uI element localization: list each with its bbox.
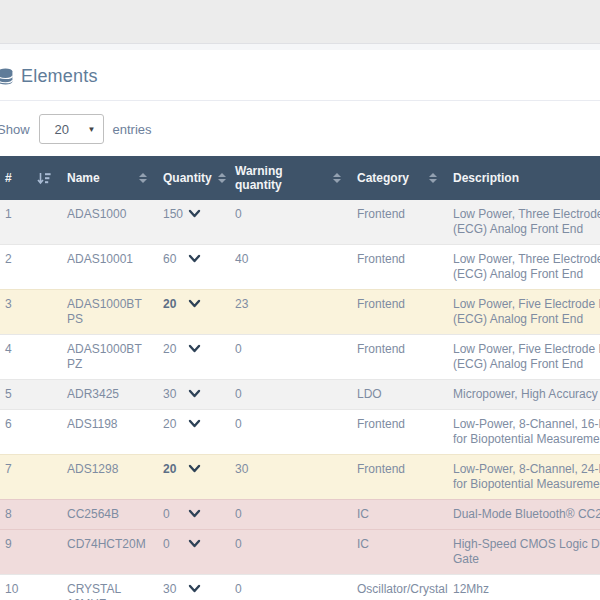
cell-name: ADS1198 bbox=[59, 410, 155, 455]
cell-index: 7 bbox=[0, 455, 59, 500]
col-header-category[interactable]: Category bbox=[349, 156, 445, 200]
show-label: Show bbox=[0, 122, 30, 137]
cell-category: Frontend bbox=[349, 290, 445, 335]
col-header-name[interactable]: Name bbox=[59, 156, 155, 200]
col-label-description: Description bbox=[453, 171, 519, 185]
cell-warning-quantity: 0 bbox=[227, 575, 349, 600]
chevron-down-icon[interactable] bbox=[188, 537, 201, 550]
col-header-warning-quantity[interactable]: Warning quantity bbox=[227, 156, 349, 200]
sort-icon bbox=[218, 173, 226, 183]
cell-name: ADR3425 bbox=[59, 380, 155, 410]
page-title: Elements bbox=[21, 66, 98, 87]
category-value: IC bbox=[357, 507, 369, 521]
col-header-index[interactable]: # bbox=[0, 156, 59, 200]
cell-warning-quantity: 0 bbox=[227, 380, 349, 410]
quantity-value: 20 bbox=[163, 297, 176, 312]
cell-name: CRYSTAL 12MHZ bbox=[59, 575, 155, 600]
description-line: Low Power, Five Electrode El bbox=[453, 342, 600, 357]
chevron-down-icon[interactable] bbox=[188, 342, 201, 355]
chevron-down-icon[interactable] bbox=[188, 297, 201, 310]
row-index: 1 bbox=[5, 207, 12, 221]
row-index: 3 bbox=[5, 297, 12, 311]
sort-icon bbox=[333, 173, 341, 183]
cell-quantity: 20 bbox=[155, 335, 227, 380]
database-icon bbox=[0, 68, 14, 85]
cell-quantity: 60 bbox=[155, 245, 227, 290]
warning-quantity-value: 0 bbox=[235, 387, 242, 401]
quantity-value: 30 bbox=[163, 582, 176, 597]
description-line: (ECG) Analog Front End bbox=[453, 357, 600, 372]
table-row-warning: 3 ADAS1000BTPS 20 23 Frontend Low Power,… bbox=[0, 290, 600, 335]
cell-category: Frontend bbox=[349, 455, 445, 500]
cell-name: CD74HCT20M bbox=[59, 530, 155, 575]
description-line: Low-Power, 8-Channel, 16-Bi bbox=[453, 417, 600, 432]
col-label-quantity: Quantity bbox=[163, 171, 212, 185]
table-row: 4 ADAS1000BTPZ 20 0 Frontend Low Power, … bbox=[0, 335, 600, 380]
cell-category: Frontend bbox=[349, 410, 445, 455]
cell-index: 9 bbox=[0, 530, 59, 575]
cell-index: 5 bbox=[0, 380, 59, 410]
chevron-down-icon[interactable] bbox=[188, 387, 201, 400]
col-label-name: Name bbox=[67, 171, 100, 185]
cell-warning-quantity: 0 bbox=[227, 200, 349, 245]
col-header-description[interactable]: Description bbox=[445, 156, 600, 200]
cell-description: Low-Power, 8-Channel, 16-Bifor Biopotent… bbox=[445, 410, 600, 455]
cell-index: 2 bbox=[0, 245, 59, 290]
cell-description: Micropower, High Accuracy V bbox=[445, 380, 600, 410]
chevron-down-icon[interactable] bbox=[188, 462, 201, 475]
cell-quantity: 150 bbox=[155, 200, 227, 245]
category-value: LDO bbox=[357, 387, 382, 401]
table-row-danger: 9 CD74HCT20M 0 0 IC High-Speed CMOS Logi… bbox=[0, 530, 600, 575]
chevron-down-icon[interactable] bbox=[188, 207, 201, 220]
warning-quantity-value: 0 bbox=[235, 507, 242, 521]
elements-panel: Elements Show 20 ▼ entries # bbox=[0, 50, 600, 600]
row-index: 10 bbox=[5, 582, 18, 596]
cell-warning-quantity: 0 bbox=[227, 500, 349, 530]
cell-description: Dual-Mode Bluetooth® CC25 bbox=[445, 500, 600, 530]
cell-description: Low Power, Three Electrode E(ECG) Analog… bbox=[445, 245, 600, 290]
description-line: (ECG) Analog Front End bbox=[453, 267, 600, 282]
cell-category: Frontend bbox=[349, 200, 445, 245]
cell-description: Low Power, Five Electrode El(ECG) Analog… bbox=[445, 335, 600, 380]
cell-warning-quantity: 0 bbox=[227, 530, 349, 575]
select-caret-icon: ▼ bbox=[88, 125, 96, 134]
category-value: Frontend bbox=[357, 462, 405, 476]
description-line: High-Speed CMOS Logic Dua bbox=[453, 537, 600, 552]
warning-quantity-value: 0 bbox=[235, 342, 242, 356]
table-row-warning: 7 ADS1298 20 30 Frontend Low-Power, 8-Ch… bbox=[0, 455, 600, 500]
cell-index: 1 bbox=[0, 200, 59, 245]
cell-category: LDO bbox=[349, 380, 445, 410]
cell-index: 8 bbox=[0, 500, 59, 530]
cell-index: 10 bbox=[0, 575, 59, 600]
cell-quantity: 0 bbox=[155, 500, 227, 530]
cell-description: Low-Power, 8-Channel, 24-Bifor Biopotent… bbox=[445, 455, 600, 500]
quantity-value: 30 bbox=[163, 387, 176, 402]
cell-quantity: 20 bbox=[155, 410, 227, 455]
description-line: (ECG) Analog Front End bbox=[453, 312, 600, 327]
table-row: 5 ADR3425 30 0 LDO Micropower, High Accu… bbox=[0, 380, 600, 410]
chevron-down-icon[interactable] bbox=[188, 507, 201, 520]
description-line: Low Power, Three Electrode E bbox=[453, 252, 600, 267]
category-value: Frontend bbox=[357, 297, 405, 311]
entries-select[interactable]: 20 ▼ bbox=[39, 114, 104, 144]
top-band bbox=[0, 0, 600, 44]
chevron-down-icon[interactable] bbox=[188, 417, 201, 430]
category-value: Oscillator/Crystal bbox=[357, 582, 448, 596]
description-line: Low-Power, 8-Channel, 24-Bi bbox=[453, 462, 600, 477]
element-name: ADAS1000BTPZ bbox=[67, 342, 142, 371]
cell-name: ADAS1000BTPS bbox=[59, 290, 155, 335]
quantity-value: 20 bbox=[163, 342, 176, 357]
chevron-down-icon[interactable] bbox=[188, 582, 201, 595]
cell-description: Low Power, Five Electrode El(ECG) Analog… bbox=[445, 290, 600, 335]
cell-quantity: 20 bbox=[155, 290, 227, 335]
description-line: 12Mhz bbox=[453, 582, 600, 597]
element-name: ADAS1000BTPS bbox=[67, 297, 142, 326]
quantity-value: 0 bbox=[163, 507, 170, 522]
entries-select-value: 20 bbox=[40, 122, 69, 137]
table-row-danger: 8 CC2564B 0 0 IC Dual-Mode Bluetooth® CC… bbox=[0, 500, 600, 530]
chevron-down-icon[interactable] bbox=[188, 252, 201, 265]
col-header-quantity[interactable]: Quantity bbox=[155, 156, 227, 200]
description-line: Micropower, High Accuracy V bbox=[453, 387, 600, 402]
cell-warning-quantity: 40 bbox=[227, 245, 349, 290]
sort-icon bbox=[429, 173, 437, 183]
